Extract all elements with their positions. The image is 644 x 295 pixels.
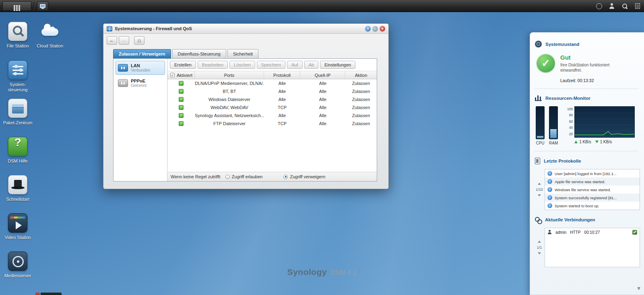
logs-page-up-icon[interactable] bbox=[538, 183, 541, 185]
rule-protocol: TCP bbox=[264, 105, 300, 110]
log-list: User [admin] logged in from [192.1... Ap… bbox=[545, 169, 640, 210]
default-rule-option[interactable]: Zugriff verweigern bbox=[283, 174, 325, 179]
back-button[interactable] bbox=[107, 36, 117, 45]
rule-protocol: TCP bbox=[264, 121, 300, 126]
rule-action: Zulassen bbox=[345, 121, 377, 126]
firewall-rule-row[interactable]: BT, BT Alle Alle Zulassen bbox=[167, 87, 377, 95]
rule-enabled-checkbox[interactable] bbox=[179, 113, 184, 118]
desktop-app-icon bbox=[8, 213, 27, 233]
taskbar bbox=[0, 0, 644, 12]
resource-monitor-header: Ressourcen-Monitor bbox=[535, 95, 640, 101]
window-title: Systemsteuerung - Firewall und QoS bbox=[115, 26, 192, 31]
interface-item[interactable]: LAN Verbunden bbox=[116, 61, 165, 75]
info-button[interactable] bbox=[592, 0, 605, 12]
show-desktop-button[interactable] bbox=[37, 1, 48, 11]
toolbar-button[interactable]: Einstellungen bbox=[320, 61, 355, 69]
tab[interactable]: Sicherheit bbox=[227, 49, 258, 58]
disconnect-icon[interactable] bbox=[632, 230, 637, 235]
window-navbar bbox=[103, 34, 388, 47]
home-button[interactable] bbox=[134, 36, 144, 45]
rule-enabled-checkbox[interactable] bbox=[179, 121, 184, 126]
document-icon bbox=[535, 158, 540, 164]
main-menu-button[interactable] bbox=[2, 1, 31, 11]
rule-ports: Windows Dateiserver bbox=[195, 97, 264, 102]
interface-status: Verbunden bbox=[131, 68, 150, 72]
connections-page-down-icon[interactable] bbox=[538, 252, 541, 254]
log-entry[interactable]: Windows file service was started. bbox=[545, 186, 640, 194]
tab[interactable]: Datenfluss-Steuerung bbox=[172, 49, 226, 58]
log-text: System started to boot up. bbox=[555, 204, 599, 208]
user-icon bbox=[609, 3, 615, 9]
scale-tick: 80 bbox=[564, 112, 573, 118]
radio-button[interactable] bbox=[283, 175, 288, 179]
desktop-app-icon bbox=[8, 252, 27, 271]
firewall-rule-row[interactable]: DLNA/UPnP Medienserver, DLNA/... Alle Al… bbox=[167, 79, 377, 87]
connection-time: 00:10:27 bbox=[584, 230, 600, 235]
toolbar-button-label: Auf bbox=[291, 62, 298, 67]
network-scale: 10080604020 bbox=[564, 106, 573, 145]
select-all-checkbox[interactable] bbox=[170, 73, 175, 77]
radio-button[interactable] bbox=[225, 175, 230, 179]
logs-page-indicator: 1/10 bbox=[536, 188, 543, 192]
desktop-icon[interactable]: DSM Hilfe bbox=[2, 137, 34, 171]
firewall-rule-row[interactable]: FTP Dateiserver TCP Alle Zulassen bbox=[167, 120, 377, 128]
radio-label: Zugriff verweigern bbox=[290, 174, 325, 179]
edge-artifact-red bbox=[35, 293, 40, 295]
system-health-header: Systemzustand bbox=[535, 41, 640, 47]
collapse-widgets-button[interactable]: « bbox=[637, 285, 644, 293]
firewall-rule-row[interactable]: WebDAV, WebDAV TCP Alle Zulassen bbox=[167, 103, 377, 111]
firewall-rule-row[interactable]: Windows Dateiserver Alle Alle Zulassen bbox=[167, 95, 377, 103]
logs-page-down-icon[interactable] bbox=[538, 194, 541, 196]
desktop-icon[interactable]: Video Station bbox=[2, 213, 34, 248]
widgets-toggle-button[interactable] bbox=[631, 0, 644, 12]
rule-enabled-checkbox[interactable] bbox=[179, 89, 184, 94]
toolbar-button-label: Ab bbox=[309, 62, 314, 67]
desktop-icon[interactable]: Schnellstart bbox=[2, 175, 34, 209]
connections-page-up-icon[interactable] bbox=[538, 241, 541, 243]
user-button[interactable] bbox=[605, 0, 618, 12]
rule-enabled-checkbox[interactable] bbox=[179, 97, 184, 102]
interface-item[interactable]: PPPoE Getrennt bbox=[116, 76, 165, 90]
column-aktiviert: Aktiviert bbox=[177, 73, 192, 78]
widget-panel: Systemzustand Gut Ihre DiskStation funkt… bbox=[530, 32, 644, 295]
firewall-rule-row[interactable]: Synology Assistant, Netzwerksich... Alle… bbox=[167, 111, 377, 120]
desktop-app-icon bbox=[40, 22, 60, 41]
log-entry[interactable]: System successfully registered [81... bbox=[545, 194, 640, 202]
toolbar-button[interactable]: Bearbeiten bbox=[198, 61, 228, 69]
toolbar-button[interactable]: Auf bbox=[287, 61, 303, 69]
toolbar-button[interactable]: Löschen bbox=[229, 61, 255, 69]
toolbar-button[interactable]: Ab bbox=[304, 61, 318, 69]
tab[interactable]: Zulassen / Verweigern bbox=[113, 49, 171, 58]
window-titlebar[interactable]: Systemsteuerung - Firewall und QoS bbox=[103, 24, 388, 34]
rule-action: Zulassen bbox=[345, 89, 377, 94]
resource-monitor-body: CPU RAM 10080604020 1 KB/s 1 KB/s bbox=[536, 106, 640, 145]
desktop-icon[interactable]: File Station bbox=[2, 22, 34, 49]
window-close-button[interactable] bbox=[380, 26, 385, 31]
window-help-button[interactable] bbox=[365, 26, 371, 31]
toolbar-button[interactable]: Speichern bbox=[257, 61, 286, 69]
taskbar-separator bbox=[34, 2, 34, 10]
network-interface-icon bbox=[118, 64, 128, 72]
log-entry[interactable]: Apple file service was started. bbox=[545, 177, 640, 186]
desktop-icon[interactable]: System-steuerung bbox=[2, 60, 34, 95]
window-minimize-button[interactable] bbox=[372, 26, 378, 31]
synology-logo: Synology bbox=[287, 267, 327, 276]
connections-title: Aktuelle Verbindungen bbox=[545, 217, 595, 222]
toolbar-button-label: Erstellen bbox=[174, 62, 192, 67]
forward-button[interactable] bbox=[119, 36, 129, 45]
search-button[interactable] bbox=[618, 0, 631, 12]
rule-action: Zulassen bbox=[345, 113, 377, 118]
log-entry[interactable]: System started to boot up. bbox=[545, 202, 640, 210]
toolbar-button[interactable]: Erstellen bbox=[170, 61, 196, 69]
desktop-icon[interactable]: Medienserver bbox=[2, 252, 34, 286]
default-rule-option[interactable]: Zugriff erlauben bbox=[225, 174, 263, 179]
edge-artifact-dark bbox=[41, 293, 62, 295]
rule-enabled-checkbox[interactable] bbox=[179, 81, 184, 86]
network-legend: 1 KB/s 1 KB/s bbox=[574, 140, 635, 144]
connection-row[interactable]: admin HTTP 00:10:27 bbox=[545, 228, 640, 236]
rule-enabled-checkbox[interactable] bbox=[179, 105, 184, 110]
connection-protocol: HTTP bbox=[570, 230, 580, 235]
desktop-icon[interactable]: Cloud Station bbox=[34, 22, 66, 49]
log-entry[interactable]: User [admin] logged in from [192.1... bbox=[545, 169, 640, 177]
desktop-icon[interactable]: Paket-Zentrum bbox=[2, 99, 34, 133]
